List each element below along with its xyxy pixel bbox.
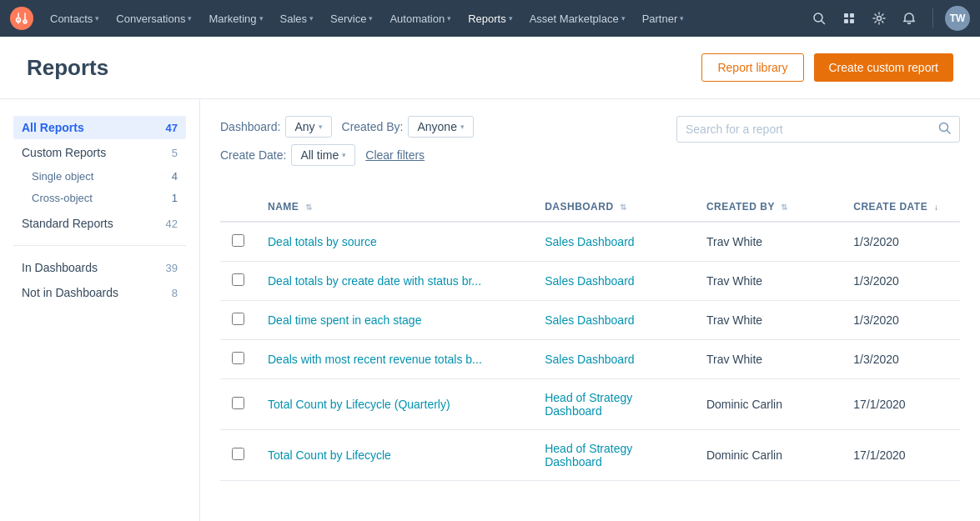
content-area: Dashboard: Any ▾ Created By: Anyone ▾ xyxy=(200,99,980,521)
col-name-header[interactable]: NAME ⇅ xyxy=(256,193,533,222)
row-name-1: Deal totals by create date with status b… xyxy=(256,262,533,301)
sort-icon-create-date: ↓ xyxy=(934,203,938,212)
dashboard-link-0[interactable]: Sales Dashboard xyxy=(545,235,634,248)
report-library-button[interactable]: Report library xyxy=(701,53,803,82)
table-row: Total Count by Lifecycle (Quarterly) Hea… xyxy=(220,379,960,430)
row-dashboard-4: Head of Strategy Dashboard xyxy=(533,379,695,430)
checkbox-3[interactable] xyxy=(232,352,244,364)
row-checkbox-2[interactable] xyxy=(220,301,256,340)
row-checkbox-4[interactable] xyxy=(220,379,256,430)
row-checkbox-0[interactable] xyxy=(220,222,256,262)
sidebar-item-cross-object[interactable]: Cross-object 1 xyxy=(13,188,186,208)
row-create-date-1: 1/3/2020 xyxy=(842,262,960,301)
dashboard-link-4[interactable]: Head of Strategy Dashboard xyxy=(545,391,632,418)
nav-marketing[interactable]: Marketing ▾ xyxy=(202,9,269,28)
notifications-icon[interactable] xyxy=(897,7,921,30)
nav-automation[interactable]: Automation ▾ xyxy=(383,9,458,28)
sidebar-item-custom-reports[interactable]: Custom Reports 5 xyxy=(13,141,186,164)
report-name-link-4[interactable]: Total Count by Lifecycle (Quarterly) xyxy=(268,398,450,411)
topnav-icons: TW xyxy=(807,6,970,31)
checkbox-2[interactable] xyxy=(232,313,244,325)
chevron-down-icon: ▾ xyxy=(447,14,451,23)
topnav: Contacts ▾ Conversations ▾ Marketing ▾ S… xyxy=(0,0,980,37)
row-checkbox-3[interactable] xyxy=(220,340,256,379)
checkbox-5[interactable] xyxy=(232,448,244,460)
report-name-link-0[interactable]: Deal totals by source xyxy=(268,235,377,248)
row-created-by-2: Trav White xyxy=(695,301,842,340)
dashboard-link-2[interactable]: Sales Dashboard xyxy=(545,313,634,327)
create-custom-report-button[interactable]: Create custom report xyxy=(814,53,954,82)
nav-asset-marketplace[interactable]: Asset Marketplace ▾ xyxy=(523,9,632,28)
avatar[interactable]: TW xyxy=(945,6,970,31)
chevron-down-icon: ▾ xyxy=(509,14,513,23)
col-dashboard-header[interactable]: DASHBOARD ⇅ xyxy=(533,193,695,222)
page-content: Reports Report library Create custom rep… xyxy=(0,37,980,521)
search-input[interactable] xyxy=(686,123,932,136)
sort-icon-name: ⇅ xyxy=(305,203,312,212)
nav-sales[interactable]: Sales ▾ xyxy=(274,9,321,28)
nav-reports[interactable]: Reports ▾ xyxy=(461,9,520,28)
checkbox-0[interactable] xyxy=(232,234,244,247)
marketplace-icon[interactable] xyxy=(837,7,861,30)
chevron-down-icon: ▾ xyxy=(342,151,346,159)
page-header: Reports Report library Create custom rep… xyxy=(0,37,980,99)
row-create-date-3: 1/3/2020 xyxy=(842,340,960,379)
header-actions: Report library Create custom report xyxy=(701,53,953,82)
row-created-by-0: Trav White xyxy=(695,222,842,262)
dashboard-link-5[interactable]: Head of Strategy Dashboard xyxy=(545,442,632,468)
chevron-down-icon: ▾ xyxy=(309,14,314,23)
create-date-dropdown[interactable]: All time ▾ xyxy=(291,144,355,166)
settings-icon[interactable] xyxy=(867,7,891,30)
row-checkbox-1[interactable] xyxy=(220,262,256,301)
chevron-down-icon: ▾ xyxy=(319,123,323,131)
chevron-down-icon: ▾ xyxy=(95,14,99,23)
nav-partner[interactable]: Partner ▾ xyxy=(636,9,691,28)
search-icon[interactable] xyxy=(807,7,831,30)
clear-filters-button[interactable]: Clear filters xyxy=(365,148,425,162)
report-name-link-5[interactable]: Total Count by Lifecycle xyxy=(268,448,391,462)
filters-block: Dashboard: Any ▾ Created By: Anyone ▾ xyxy=(220,116,663,179)
reports-table: NAME ⇅ DASHBOARD ⇅ CREATED BY ⇅ CREATE xyxy=(220,193,960,481)
dashboard-link-3[interactable]: Sales Dashboard xyxy=(545,353,634,366)
chevron-down-icon: ▾ xyxy=(259,14,264,23)
row-dashboard-1: Sales Dashboard xyxy=(533,262,695,301)
report-name-link-2[interactable]: Deal time spent in each stage xyxy=(268,313,421,327)
sidebar-item-single-object[interactable]: Single object 4 xyxy=(13,166,186,187)
row-dashboard-5: Head of Strategy Dashboard xyxy=(533,430,695,481)
col-created-by-header[interactable]: CREATED BY ⇅ xyxy=(695,193,842,222)
row-created-by-4: Dominic Carlin xyxy=(695,379,842,430)
row-create-date-2: 1/3/2020 xyxy=(842,301,960,340)
report-name-link-3[interactable]: Deals with most recent revenue totals b.… xyxy=(268,353,482,366)
sidebar-item-standard-reports[interactable]: Standard Reports 42 xyxy=(13,212,186,235)
checkbox-1[interactable] xyxy=(232,273,244,286)
dashboard-link-1[interactable]: Sales Dashboard xyxy=(545,274,634,288)
row-checkbox-5[interactable] xyxy=(220,430,256,481)
report-name-link-1[interactable]: Deal totals by create date with status b… xyxy=(268,274,481,288)
row-name-2: Deal time spent in each stage xyxy=(256,301,533,340)
nav-conversations[interactable]: Conversations ▾ xyxy=(109,9,199,28)
row-name-4: Total Count by Lifecycle (Quarterly) xyxy=(256,379,533,430)
page-title: Reports xyxy=(27,55,108,81)
row-created-by-5: Dominic Carlin xyxy=(695,430,842,481)
col-checkbox xyxy=(220,193,256,222)
chevron-down-icon: ▾ xyxy=(680,14,684,23)
checkbox-4[interactable] xyxy=(232,397,244,409)
table-body: Deal totals by source Sales Dashboard Tr… xyxy=(220,222,960,481)
dashboard-filter-dropdown[interactable]: Any ▾ xyxy=(285,116,331,138)
nav-contacts[interactable]: Contacts ▾ xyxy=(43,9,106,28)
svg-rect-6 xyxy=(850,19,854,23)
created-by-dropdown[interactable]: Anyone ▾ xyxy=(408,116,473,138)
col-create-date-header[interactable]: CREATE DATE ↓ xyxy=(842,193,960,222)
sidebar-item-in-dashboards[interactable]: In Dashboards 39 xyxy=(13,256,186,279)
sort-icon-created-by: ⇅ xyxy=(781,203,787,212)
table-row: Deal totals by create date with status b… xyxy=(220,262,960,301)
sidebar-item-not-in-dashboards[interactable]: Not in Dashboards 8 xyxy=(13,281,186,304)
search-icon[interactable] xyxy=(938,122,951,137)
hubspot-logo[interactable] xyxy=(10,7,33,30)
chevron-down-icon: ▾ xyxy=(621,14,626,23)
row-dashboard-0: Sales Dashboard xyxy=(533,222,695,262)
filters-and-search: Dashboard: Any ▾ Created By: Anyone ▾ xyxy=(220,116,960,179)
sidebar-item-all-reports[interactable]: All Reports 47 xyxy=(13,116,186,139)
sidebar: All Reports 47 Custom Reports 5 Single o… xyxy=(0,99,200,521)
nav-service[interactable]: Service ▾ xyxy=(324,9,379,28)
